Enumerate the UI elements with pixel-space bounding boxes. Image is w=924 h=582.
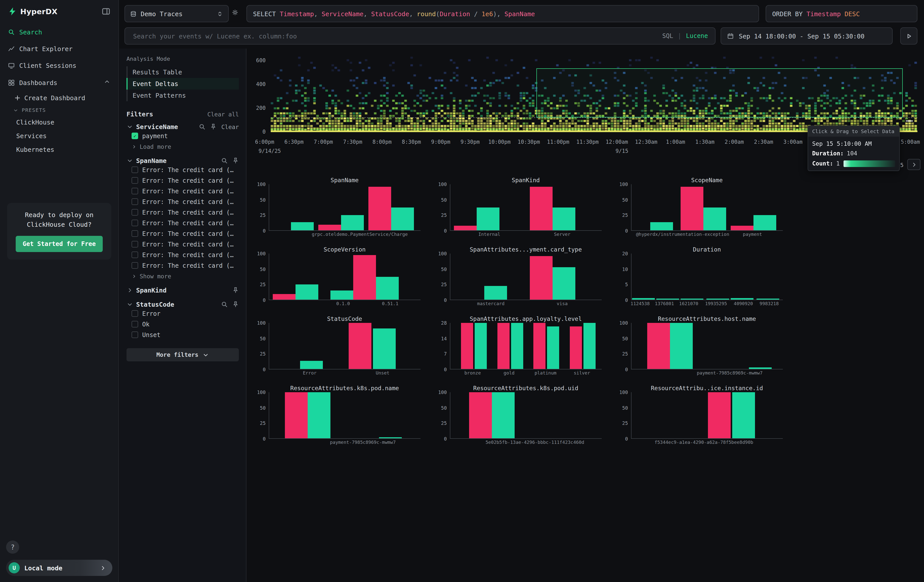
filter-option[interactable]: Error: The credit card (… xyxy=(127,165,239,175)
search-input[interactable] xyxy=(132,31,657,40)
mini-chart-y-axis: 10050250 xyxy=(251,392,269,439)
get-started-button[interactable]: Get Started for Free xyxy=(16,236,103,252)
filter-option[interactable]: Error: The credit card (… xyxy=(127,218,239,228)
checkbox[interactable] xyxy=(132,198,138,205)
lang-lucene-button[interactable]: Lucene xyxy=(686,32,708,40)
filter-group-header[interactable]: StatusCode xyxy=(127,301,239,308)
mini-chart-x-axis: bronzegoldplatinumsilver xyxy=(450,369,602,376)
mini-chart-plot[interactable] xyxy=(269,323,421,369)
checkbox[interactable]: ✓ xyxy=(132,133,138,139)
local-mode-pill[interactable]: U Local mode xyxy=(6,560,112,576)
show-more-link[interactable]: Show more xyxy=(127,271,239,280)
filter-groups: ServiceNameClear✓paymentLoad moreSpanNam… xyxy=(127,123,239,340)
sql-select-editor[interactable]: SELECT Timestamp, ServiceName, StatusCod… xyxy=(246,5,759,22)
load-more-link[interactable]: Load more xyxy=(127,141,239,150)
mode-option-results-table[interactable]: Results Table xyxy=(127,66,239,78)
bar xyxy=(461,323,473,369)
lang-sql-button[interactable]: SQL xyxy=(662,32,673,40)
gear-icon[interactable] xyxy=(232,9,238,16)
mini-chart-plot[interactable] xyxy=(269,254,421,300)
sidebar-subitem-services[interactable]: Services xyxy=(0,129,119,143)
filter-clear-button[interactable]: Clear xyxy=(221,123,239,130)
mini-chart-plot[interactable] xyxy=(631,323,783,369)
filter-option[interactable]: Error: The credit card (… xyxy=(127,228,239,239)
pin-icon[interactable] xyxy=(210,124,217,130)
timeline-plot[interactable] xyxy=(271,57,917,133)
checkbox[interactable] xyxy=(132,331,138,338)
mini-chart-plot[interactable] xyxy=(450,184,602,231)
selection-box[interactable] xyxy=(536,68,903,117)
filter-option[interactable]: Error: The credit card (… xyxy=(127,249,239,260)
filter-option[interactable]: Unset xyxy=(127,330,239,340)
run-query-button[interactable] xyxy=(900,27,917,45)
filter-option[interactable]: ✓payment xyxy=(127,130,239,141)
bar xyxy=(570,326,582,369)
checkbox[interactable] xyxy=(132,321,138,327)
sidebar-subitem-kubernetes[interactable]: Kubernetes xyxy=(0,143,119,157)
sql-token: Timestamp xyxy=(806,10,845,18)
sidebar-collapse-icon[interactable] xyxy=(102,7,110,16)
mini-chart-plot[interactable] xyxy=(631,392,783,439)
date-range-picker[interactable]: Sep 14 18:00:00 - Sep 15 05:30:00 xyxy=(721,27,893,45)
search-icon[interactable] xyxy=(199,124,206,130)
bar xyxy=(475,323,487,369)
search-icon[interactable] xyxy=(221,301,228,308)
x-tick-label: 9:30pm xyxy=(460,138,480,145)
filter-group-header[interactable]: ServiceNameClear xyxy=(127,123,239,130)
sidebar-subitem-create-dashboard[interactable]: Create Dashboard xyxy=(0,91,119,105)
filter-option[interactable]: Error: The credit card (… xyxy=(127,175,239,186)
more-filters-button[interactable]: More filters xyxy=(127,348,239,361)
filter-option[interactable]: Ok xyxy=(127,319,239,330)
next-page-button[interactable] xyxy=(907,159,921,170)
chart-icon xyxy=(8,46,15,52)
filter-group-header[interactable]: SpanKind xyxy=(127,287,239,294)
sidebar-item-dashboards[interactable]: Dashboards xyxy=(0,74,119,91)
pin-icon[interactable] xyxy=(232,287,239,293)
mini-chart-plot[interactable] xyxy=(631,184,783,231)
sidebar-subitem-presets[interactable]: PRESETS xyxy=(0,105,119,115)
sidebar-item-chart-explorer[interactable]: Chart Explorer xyxy=(0,41,119,57)
mini-chart-plot[interactable] xyxy=(269,184,421,231)
mini-chart-plot[interactable] xyxy=(631,254,783,300)
mode-option-event-patterns[interactable]: Event Patterns xyxy=(127,89,239,101)
filter-option[interactable]: Error: The credit card (… xyxy=(127,207,239,218)
pin-icon[interactable] xyxy=(232,157,239,164)
help-button[interactable]: ? xyxy=(6,541,19,554)
source-select[interactable]: Demo Traces xyxy=(124,5,229,22)
filter-option-label: Error: The credit card (… xyxy=(142,262,234,269)
checkbox[interactable] xyxy=(132,230,138,237)
order-by-editor[interactable]: ORDER BY Timestamp DESC xyxy=(766,5,917,22)
bar xyxy=(373,328,396,369)
checkbox[interactable] xyxy=(132,220,138,226)
mode-option-event-deltas[interactable]: Event Deltas xyxy=(127,78,239,89)
filter-option[interactable]: Error: The credit card (… xyxy=(127,239,239,249)
filter-option[interactable]: Error xyxy=(127,308,239,319)
filter-option[interactable]: Error: The credit card (… xyxy=(127,260,239,271)
filter-option[interactable]: Error: The credit card (… xyxy=(127,196,239,207)
checkbox[interactable] xyxy=(132,241,138,247)
search-icon[interactable] xyxy=(221,157,228,164)
checkbox[interactable] xyxy=(132,252,138,258)
sidebar-item-search[interactable]: Search xyxy=(0,24,119,41)
mini-chart-plot[interactable] xyxy=(450,323,602,369)
pin-icon[interactable] xyxy=(232,301,239,308)
checkbox[interactable] xyxy=(132,167,138,173)
checkbox[interactable] xyxy=(132,177,138,184)
filter-option[interactable]: Error: The credit card (… xyxy=(127,186,239,196)
sidebar-subitem-clickhouse[interactable]: ClickHouse xyxy=(0,115,119,129)
filter-option-label: Error: The credit card (… xyxy=(142,241,234,248)
mini-chart-plot[interactable] xyxy=(450,254,602,300)
bar xyxy=(749,368,771,369)
checkbox[interactable] xyxy=(132,310,138,317)
mini-chart-plot[interactable] xyxy=(450,392,602,439)
mini-chart-plot[interactable] xyxy=(269,392,421,439)
checkbox[interactable] xyxy=(132,209,138,216)
monitor-icon xyxy=(8,62,15,69)
sidebar-item-client-sessions[interactable]: Client Sessions xyxy=(0,57,119,74)
checkbox[interactable] xyxy=(132,188,138,195)
clear-all-button[interactable]: Clear all xyxy=(207,110,239,118)
filter-group-header[interactable]: SpanName xyxy=(127,157,239,165)
tooltip-count-row: Count: 1 xyxy=(808,158,899,171)
checkbox[interactable] xyxy=(132,262,138,269)
selection-handle-icon[interactable] xyxy=(906,120,913,122)
